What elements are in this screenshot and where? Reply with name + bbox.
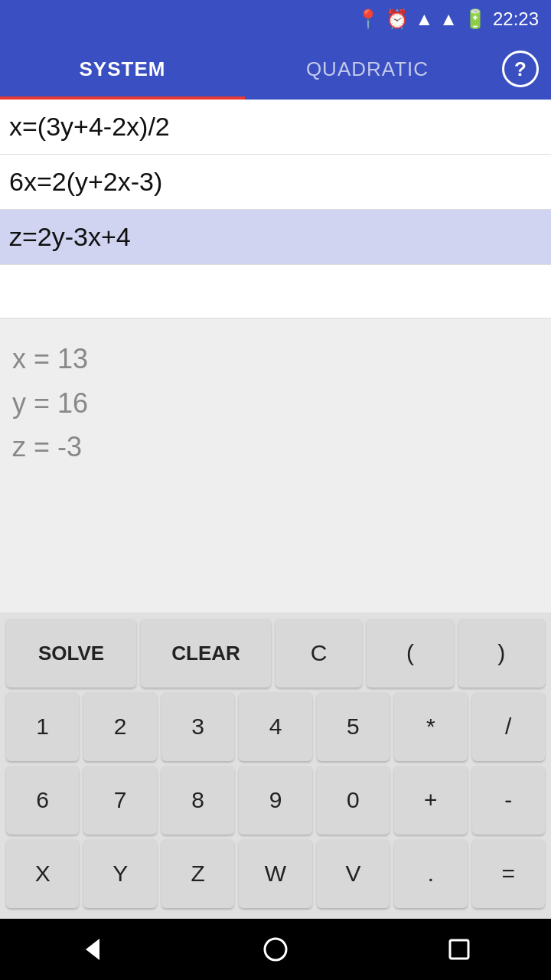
result-x: x = 13 (12, 337, 539, 381)
key-2[interactable]: 2 (83, 692, 156, 761)
key-lparen[interactable]: ( (367, 619, 453, 688)
tab-bar: SYSTEM QUADRATIC ? (0, 38, 551, 100)
key-z[interactable]: Z (161, 839, 234, 908)
key-4[interactable]: 4 (239, 692, 311, 761)
key-9[interactable]: 9 (239, 766, 311, 835)
key-rparen[interactable]: ) (458, 619, 545, 688)
clock: 22:23 (493, 8, 539, 30)
key-multiply[interactable]: * (394, 692, 467, 761)
clear-button[interactable]: CLEAR (141, 619, 271, 688)
result-y: y = 16 (12, 381, 539, 426)
signal-icon: ▲ (439, 8, 458, 30)
key-w[interactable]: W (239, 839, 311, 908)
key-3[interactable]: 3 (161, 692, 234, 761)
keyboard-row-1: SOLVE CLEAR C ( ) (6, 619, 545, 688)
nav-home-button[interactable] (253, 926, 298, 972)
key-1[interactable]: 1 (6, 692, 79, 761)
key-6[interactable]: 6 (6, 766, 79, 835)
keyboard-row-3: 6 7 8 9 0 + - (6, 766, 545, 835)
equation-row-1[interactable]: x=(3y+4-2x)/2 (0, 100, 551, 155)
nav-bar (0, 919, 551, 980)
keyboard: SOLVE CLEAR C ( ) 1 2 3 4 5 * / 6 7 8 9 … (0, 612, 551, 919)
key-x[interactable]: X (6, 839, 79, 908)
keyboard-row-4: X Y Z W V . = (6, 839, 545, 908)
help-button[interactable]: ? (490, 51, 551, 87)
equation-row-4[interactable] (0, 265, 551, 318)
key-dot[interactable]: . (394, 839, 467, 908)
tab-quadratic[interactable]: QUADRATIC (245, 38, 490, 100)
svg-point-1 (265, 939, 286, 960)
battery-icon: 🔋 (464, 8, 487, 30)
nav-recents-button[interactable] (436, 926, 482, 972)
key-v[interactable]: V (317, 839, 390, 908)
key-7[interactable]: 7 (83, 766, 156, 835)
wifi-icon: ▲ (415, 8, 433, 30)
key-5[interactable]: 5 (317, 692, 390, 761)
keyboard-row-2: 1 2 3 4 5 * / (6, 692, 545, 761)
status-icons: 📍 ⏰ ▲ ▲ 🔋 22:23 (357, 8, 539, 30)
key-8[interactable]: 8 (161, 766, 234, 835)
equation-row-2[interactable]: 6x=2(y+2x-3) (0, 155, 551, 210)
solve-button[interactable]: SOLVE (6, 619, 136, 688)
alarm-icon: ⏰ (386, 8, 409, 30)
key-plus[interactable]: + (394, 766, 467, 835)
tab-system[interactable]: SYSTEM (0, 38, 245, 100)
key-minus[interactable]: - (472, 766, 545, 835)
location-icon: 📍 (357, 8, 380, 30)
status-bar: 📍 ⏰ ▲ ▲ 🔋 22:23 (0, 0, 551, 38)
svg-rect-2 (450, 940, 468, 959)
equation-row-3[interactable]: z=2y-3x+4 (0, 210, 551, 265)
key-y[interactable]: Y (83, 839, 156, 908)
key-equals[interactable]: = (472, 839, 545, 908)
nav-back-button[interactable] (69, 926, 115, 972)
key-0[interactable]: 0 (317, 766, 390, 835)
key-c[interactable]: C (276, 619, 362, 688)
result-z: z = -3 (12, 425, 539, 469)
key-divide[interactable]: / (472, 692, 545, 761)
help-circle-icon: ? (502, 51, 539, 87)
result-area: x = 13 y = 16 z = -3 (0, 318, 551, 612)
svg-marker-0 (86, 939, 99, 960)
